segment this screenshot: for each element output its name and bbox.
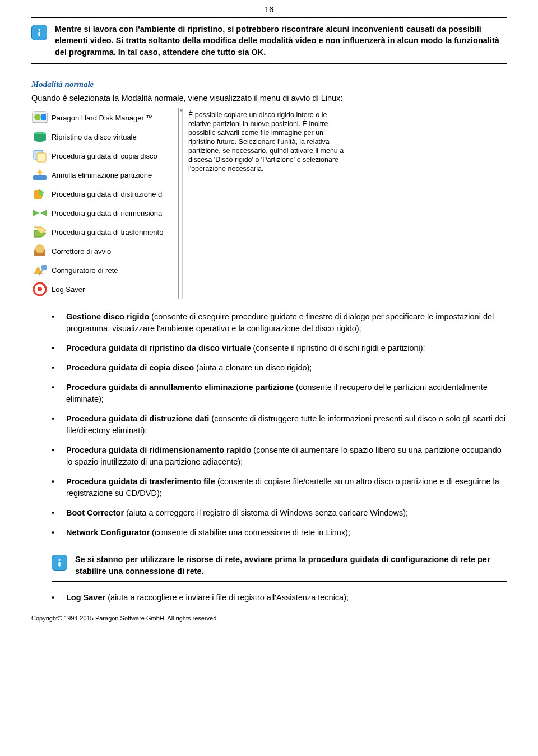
menu-label: Annulla eliminazione partizione <box>52 171 152 179</box>
menu-item[interactable]: Ripristino da disco virtuale <box>31 127 175 146</box>
svg-rect-4 <box>41 114 46 120</box>
page: 16 Mentre si lavora con l'ambiente di ri… <box>0 0 538 644</box>
bullet-text: (aiuta a clonare un disco rigido); <box>194 363 312 372</box>
bullet-term: Procedura guidata di ridimensionamento r… <box>66 446 251 454</box>
svg-point-16 <box>38 287 42 291</box>
menu-description: È possibile copiare un disco rigido inte… <box>183 108 352 173</box>
menu-item[interactable]: Annulla eliminazione partizione <box>31 165 175 184</box>
bullet-term: Boot Corrector <box>66 508 124 517</box>
info-icon <box>52 555 67 571</box>
list-item: Log Saver (aiuta a raccogliere e inviare… <box>52 592 507 604</box>
intro-text: Quando è selezionata la Modalità normale… <box>31 92 507 104</box>
bullet-term: Network Configurator <box>66 528 150 537</box>
bullet-term: Procedura guidata di distruzione dati <box>66 414 209 423</box>
svg-rect-10 <box>33 175 47 180</box>
wipe-wizard-icon <box>31 187 48 201</box>
list-item: Procedura guidata di copia disco (aiuta … <box>52 362 507 374</box>
list-item: Procedura guidata di trasferimento file … <box>52 476 507 499</box>
menu-item-list: Paragon Hard Disk Manager ™ Ripristino d… <box>31 108 178 299</box>
menu-item[interactable]: Configuratore di rete <box>31 261 175 280</box>
feature-bullet-list: Gestione disco rigido (consente di esegu… <box>31 311 507 539</box>
svg-point-0 <box>38 29 40 31</box>
file-transfer-wizard-icon <box>31 225 48 239</box>
svg-rect-18 <box>58 562 60 567</box>
bullet-term: Procedura guidata di annullamento elimin… <box>66 383 294 392</box>
section-title: Modalità normale <box>31 80 507 89</box>
callout-2-text: Se si stanno per utilizzare le risorse d… <box>75 554 507 577</box>
linux-menu-screenshot: Paragon Hard Disk Manager ™ Ripristino d… <box>31 108 507 299</box>
bullet-text: (consente di stabilire una connessione d… <box>150 528 350 537</box>
svg-rect-1 <box>38 32 40 36</box>
menu-item[interactable]: Procedura guidata di trasferimento <box>31 222 175 242</box>
menu-item[interactable]: Procedura guidata di ridimensiona <box>31 203 175 222</box>
menu-item[interactable]: Paragon Hard Disk Manager ™ <box>31 108 175 127</box>
list-item: Boot Corrector (aiuta a correggere il re… <box>52 507 507 519</box>
bullet-term: Log Saver <box>66 593 105 602</box>
list-item: Network Configurator (consente di stabil… <box>52 527 507 539</box>
menu-label: Log Saver <box>52 285 85 294</box>
svg-point-17 <box>58 559 60 561</box>
bullet-term: Procedura guidata di trasferimento file <box>66 477 215 486</box>
list-item: Procedura guidata di ridimensionamento r… <box>52 444 507 468</box>
list-item: Procedura guidata di distruzione dati (c… <box>52 413 507 437</box>
page-number: 16 <box>31 0 507 17</box>
bullet-text: (consente il ripristino di dischi rigidi… <box>251 344 425 353</box>
bullet-text: (aiuta a raccogliere e inviare i file di… <box>105 593 349 602</box>
svg-point-3 <box>34 114 41 120</box>
menu-label: Configuratore di rete <box>52 266 118 275</box>
info-callout-1: Mentre si lavora con l'ambiente di ripri… <box>31 17 507 64</box>
copyright-footer: Copyright© 1994-2015 Paragon Software Gm… <box>31 615 507 622</box>
hdm-icon <box>31 110 48 125</box>
boot-corrector-icon <box>31 244 48 258</box>
menu-item[interactable]: Procedura guidata di copia disco <box>31 146 175 165</box>
menu-label: Correttore di avvio <box>52 247 111 256</box>
menu-item[interactable]: Correttore di avvio <box>31 242 175 261</box>
copy-disk-wizard-icon <box>31 149 48 163</box>
feature-bullet-list-2: Log Saver (aiuta a raccogliere e inviare… <box>31 592 507 604</box>
bullet-term: Gestione disco rigido <box>66 312 149 321</box>
menu-divider: ∧ <box>178 108 183 299</box>
restore-virtual-disk-icon <box>31 129 48 144</box>
menu-item[interactable]: Log Saver <box>31 280 175 299</box>
info-callout-2: Se si stanno per utilizzare le risorse d… <box>52 549 507 582</box>
list-item: Gestione disco rigido (consente di esegu… <box>52 311 507 335</box>
info-icon <box>31 25 47 40</box>
menu-label: Procedura guidata di ridimensiona <box>52 209 162 217</box>
svg-rect-14 <box>41 265 47 270</box>
menu-label: Procedura guidata di distruzione d <box>52 190 162 198</box>
menu-label: Procedura guidata di copia disco <box>52 152 157 160</box>
bullet-term: Procedura guidata di ripristino da disco… <box>66 344 251 353</box>
scroll-up-arrow[interactable]: ∧ <box>179 108 183 113</box>
log-saver-icon <box>31 282 48 296</box>
resize-wizard-icon <box>31 206 48 220</box>
menu-item[interactable]: Procedura guidata di distruzione d <box>31 184 175 203</box>
network-configurator-icon <box>31 263 48 277</box>
list-item: Procedura guidata di annullamento elimin… <box>52 382 507 405</box>
menu-label: Procedura guidata di trasferimento <box>52 228 163 236</box>
svg-rect-9 <box>37 153 46 162</box>
menu-label: Paragon Hard Disk Manager ™ <box>52 114 153 122</box>
bullet-text: (aiuta a correggere il registro di siste… <box>124 508 408 517</box>
list-item: Procedura guidata di ripristino da disco… <box>52 342 507 354</box>
callout-1-text: Mentre si lavora con l'ambiente di ripri… <box>55 24 507 58</box>
svg-point-13 <box>35 244 44 253</box>
svg-point-7 <box>34 137 46 142</box>
bullet-term: Procedura guidata di copia disco <box>66 363 194 372</box>
menu-label: Ripristino da disco virtuale <box>52 133 137 141</box>
undelete-partition-icon <box>31 168 48 182</box>
